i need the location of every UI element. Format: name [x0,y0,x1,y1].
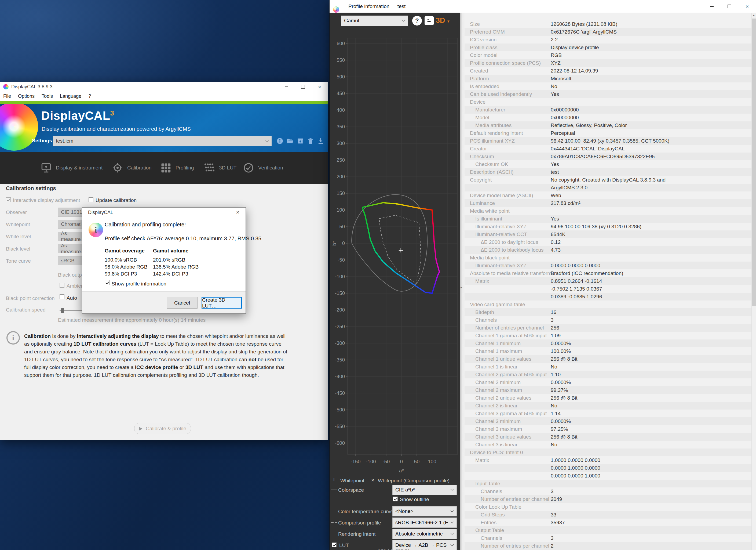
show-profile-info-checkbox[interactable] [105,280,109,285]
calibration-speed-slider-thumb[interactable] [61,308,64,313]
create-3dlut-button[interactable]: Create 3D LUT… [202,297,242,309]
profile-row: Illuminant-relative CCT6544K [465,230,751,238]
profile-row: Matrix1.0000 0.0000 0.0000 [465,456,751,464]
svg-text:150: 150 [337,190,345,196]
calibration-speed-label: Calibration speed [6,307,46,313]
profile-row: Channel 2 gamma at 50% input1.10 [465,371,751,378]
check-circle-icon [243,162,254,174]
target-icon [112,162,123,174]
auto-label: Auto [67,295,77,301]
profile-row: Channel 2 is linearNo [465,402,751,410]
minimize-button[interactable] [278,82,295,92]
profile-row: Size1260628 Bytes (1231.08 KiB) [465,20,751,28]
window-title: DisplayCAL 3.8.9.3 [11,84,52,90]
svg-text:0: 0 [400,459,403,464]
cancel-button[interactable]: Cancel [167,297,198,309]
profile-row: Manufacturer0x00000000 [465,106,751,114]
tab-label: Calibration [127,165,152,171]
profile-install-icon[interactable] [296,136,304,146]
profile-row: Illuminant-relative XYZ0.0000 0.0000 0.0… [465,261,751,269]
profile-row: Illuminant-relative XYZ94.96 100.00 109.… [465,222,751,230]
interactive-display-adjustment-checkbox[interactable] [6,197,11,202]
trash-icon[interactable] [306,136,314,146]
maximize-button[interactable] [295,82,311,92]
tab-display-instrument[interactable]: Display & instrument [40,152,103,184]
calibrate-profile-button[interactable]: ▶ Calibrate & profile [134,423,191,434]
info-icon[interactable] [276,136,284,146]
profile-row: PCS illuminant XYZ96.42 100.00 82.49 (xy… [465,137,751,145]
profile-row: Device [465,98,751,106]
svg-text:-50: -50 [338,257,345,262]
svg-text:-450: -450 [335,390,345,396]
gamut-table-header: Gamut coverage [105,248,145,254]
profile-row: Channel 3 unique values256 @ 8 Bit [465,433,751,441]
svg-text:-400: -400 [335,374,345,379]
show-outline-label: Show outline [400,497,429,502]
tab-label: Verification [258,165,283,171]
black-point-auto-checkbox[interactable] [60,294,64,299]
whitepoint-legend-label: Whitepoint [340,478,364,484]
profile-row: PlatformMicrosoft [465,75,751,82]
scrollbar[interactable]: ▲ [751,13,756,550]
minimize-button[interactable] [703,0,721,13]
profile-row: Channel 3 maximum97.25% [465,425,751,433]
svg-text:-550: -550 [335,424,345,429]
svg-text:-100: -100 [335,273,345,279]
scrollbar-thumb[interactable] [752,19,756,306]
ambient-checkbox[interactable] [60,283,64,288]
show-outline-checkbox[interactable] [393,497,398,501]
profile-row: Profile connection space (PCS)XYZ [465,59,751,67]
gamut-volume-values: 201.0% sRGB138.5% Adobe RGB142.4% DCI P3 [153,256,199,278]
download-icon[interactable] [317,136,324,146]
dashed-line-icon [331,522,334,523]
dialog-self-check: Profile self check ΔE*76: average 0.10, … [105,235,261,242]
svg-text:600: 600 [337,41,345,46]
menu-item-tools[interactable]: Tools [42,93,53,99]
profile-row: 0.0389 -0.0685 1.0296 [465,293,751,301]
profile-row: Absolute to media relative transformBrad… [465,269,751,277]
svg-text:-150: -150 [335,290,345,296]
calibration-info-text: Calibration is done by interactively adj… [24,332,288,379]
field-label-tone-curve: Tone curve [6,258,31,264]
menu-item-language[interactable]: Language [60,93,81,99]
lut-label: LUT [339,542,349,548]
svg-text:-50: -50 [383,459,390,464]
profile-row: Created2022-08-12 14:09:39 [465,67,751,75]
header-banner: DisplayCAL3 Display calibration and char… [0,104,328,152]
colorspace-select[interactable]: CIE a*b* [392,485,457,495]
menu-item-[interactable]: ? [88,93,91,99]
dialog-close-button[interactable]: × [234,209,242,216]
profile-row: CopyrightNo copyright. Created with Disp… [465,176,751,184]
tab-3d-lut[interactable]: 3D LUT [203,152,236,184]
gamut-chart-panel: Gamut ? 3D▼ 6005505004504003503002502001… [330,13,460,550]
scroll-up-icon[interactable]: ▲ [752,14,756,16]
svg-text:-500: -500 [335,407,345,413]
profile-row: Device to PCS: Intent 0 [465,449,751,456]
folder-open-icon[interactable] [286,136,294,146]
close-button[interactable]: × [311,82,328,92]
menu-item-file[interactable]: File [3,93,11,99]
comparison-profile-select[interactable]: sRGB IEC61966-2.1 (Equiv [392,518,457,528]
profile-row: Channel 3 gamma at 50% input1.14 [465,410,751,417]
close-button[interactable]: × [738,0,756,13]
svg-text:450: 450 [337,90,345,96]
tab-calibration[interactable]: Calibration [112,152,152,184]
profile-row: Input Table [465,480,751,487]
rendering-intent-select[interactable]: Absolute colorimetric [392,529,457,539]
update-calibration-checkbox[interactable] [89,197,93,202]
lut-checkbox[interactable] [332,542,337,547]
profile-row: Preferred CMM0x6172676C 'argl' ArgyllCMS [465,28,751,36]
profile-row: Output Table [465,526,751,534]
maximize-button[interactable] [721,0,738,13]
tab-label: 3D LUT [219,165,236,171]
panel-splitter[interactable]: ▸ [460,13,465,550]
profile-row: Default rendering intentPerceptual [465,129,751,137]
color-temperature-curve-select[interactable]: <None> [392,506,457,516]
svg-text:-150: -150 [350,459,360,464]
profile-row: Channel 2 maximum99.37% [465,386,751,394]
tab-profiling[interactable]: Profiling [160,152,194,184]
menu-item-options[interactable]: Options [18,93,35,99]
profile-properties-list: Size1260628 Bytes (1231.08 KiB)Preferred… [465,13,751,550]
tab-verification[interactable]: Verification [243,152,283,184]
settings-select[interactable]: test.icm [53,136,272,146]
